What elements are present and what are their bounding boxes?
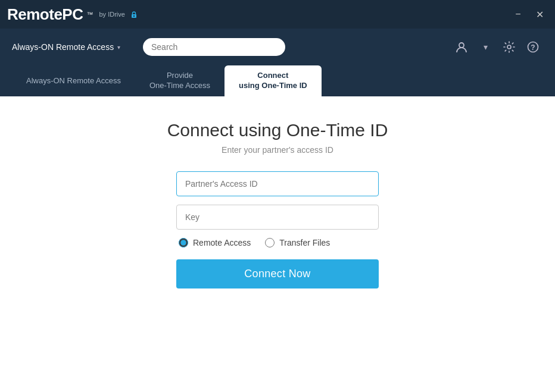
radio-remote-access-label[interactable]: Remote Access xyxy=(179,238,251,247)
key-input[interactable] xyxy=(176,205,379,230)
always-on-dropdown-button[interactable]: Always-ON Remote Access ▾ xyxy=(12,42,120,52)
tab-always-on-label: Always-ON Remote Access xyxy=(26,76,121,86)
logo-text: RemotePC xyxy=(7,5,83,24)
search-box xyxy=(143,38,285,56)
svg-text:?: ? xyxy=(531,43,535,52)
page-subtitle: Enter your partner's access ID xyxy=(222,145,333,155)
settings-icon-button[interactable] xyxy=(499,37,519,57)
toolbar-left: Always-ON Remote Access ▾ xyxy=(12,42,131,52)
access-id-input[interactable] xyxy=(176,171,379,196)
tab-connect-label: Connect using One-Time ID xyxy=(239,71,307,91)
radio-transfer-files[interactable] xyxy=(265,238,275,247)
page-title: Connect using One-Time ID xyxy=(167,120,388,140)
tab-provide-label: Provide One-Time Access xyxy=(149,71,210,91)
dropdown-arrow-icon: ▾ xyxy=(117,44,120,51)
radio-transfer-files-label[interactable]: Transfer Files xyxy=(265,238,330,247)
main-content: Connect using One-Time ID Enter your par… xyxy=(0,96,555,392)
close-button[interactable]: ✕ xyxy=(531,6,548,23)
tab-provide-onetime[interactable]: Provide One-Time Access xyxy=(135,65,225,96)
svg-point-1 xyxy=(133,15,135,16)
logo-tm: ™ xyxy=(86,11,93,18)
titlebar: RemotePC™ by IDrive − ✕ xyxy=(0,0,555,29)
titlebar-controls: − ✕ xyxy=(510,6,548,23)
gear-icon xyxy=(503,41,515,53)
always-on-label: Always-ON Remote Access xyxy=(12,42,114,52)
toolbar-icons: ▾ ? xyxy=(451,37,543,57)
radio-group: Remote Access Transfer Files xyxy=(176,238,379,247)
nav-tabs: Always-ON Remote Access Provide One-Time… xyxy=(0,65,555,96)
tab-connect-onetime[interactable]: Connect using One-Time ID xyxy=(225,65,322,96)
help-icon-button[interactable]: ? xyxy=(523,37,543,57)
user-icon xyxy=(455,40,468,54)
search-input[interactable] xyxy=(143,38,285,56)
idrive-icon xyxy=(130,11,138,19)
svg-point-2 xyxy=(459,43,464,48)
app-window: RemotePC™ by IDrive − ✕ Always-ON Remote… xyxy=(0,0,555,392)
user-icon-button[interactable] xyxy=(451,37,472,57)
chevron-icon: ▾ xyxy=(484,42,488,52)
logo-by-idrive: by IDrive xyxy=(99,11,124,18)
form-container: Remote Access Transfer Files Connect Now xyxy=(176,171,379,288)
chevron-icon-button[interactable]: ▾ xyxy=(475,37,495,57)
connect-now-button[interactable]: Connect Now xyxy=(176,259,379,288)
tab-always-on[interactable]: Always-ON Remote Access xyxy=(12,65,135,96)
toolbar: Always-ON Remote Access ▾ ▾ xyxy=(0,29,555,65)
radio-transfer-files-text: Transfer Files xyxy=(279,238,330,247)
radio-remote-access-text: Remote Access xyxy=(193,238,251,247)
help-icon: ? xyxy=(527,41,539,53)
radio-remote-access[interactable] xyxy=(179,238,188,247)
svg-point-3 xyxy=(507,45,511,49)
minimize-button[interactable]: − xyxy=(510,6,526,23)
logo-area: RemotePC™ by IDrive xyxy=(7,5,138,24)
